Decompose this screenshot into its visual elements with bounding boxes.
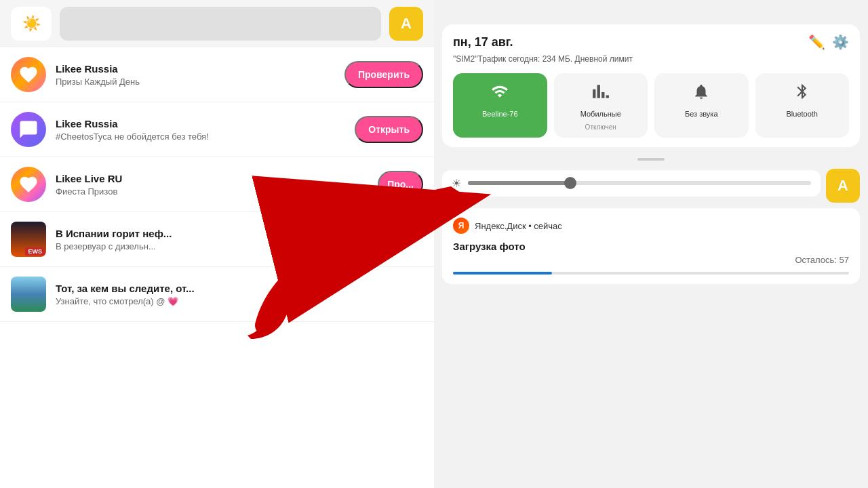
notif-title: Likee Live RU bbox=[56, 173, 368, 184]
list-item: Likee Russia Призы Каждый День Проверить bbox=[0, 47, 434, 102]
list-item: Likee Live RU Фиеста Призов Про... bbox=[0, 157, 434, 212]
mobile-label: Мобильные bbox=[580, 110, 621, 118]
mobile-tile[interactable]: Мобильные Отключен bbox=[554, 73, 648, 138]
notif-content: Likee Russia Призы Каждый День bbox=[56, 63, 335, 87]
notif-content: Likee Russia #CheetosTyca не обойдется б… bbox=[56, 118, 345, 142]
avatar-button-right[interactable]: A bbox=[826, 169, 860, 203]
brightness-button[interactable]: ☀️ bbox=[11, 7, 52, 41]
scroll-hint bbox=[434, 158, 868, 161]
list-item: Likee Russia #CheetosTyca не обойдется б… bbox=[0, 102, 434, 157]
brightness-row: ☀ bbox=[442, 170, 821, 197]
brightness-row-container: ☀ A bbox=[442, 169, 860, 203]
check-button[interactable]: Проверить bbox=[344, 61, 423, 88]
card-header: Я Яндекс.Диск • сейчас bbox=[453, 218, 849, 234]
wifi-label: Beeline-76 bbox=[482, 110, 518, 118]
promo-button[interactable]: Про... bbox=[378, 171, 423, 198]
brightness-track[interactable] bbox=[468, 181, 811, 185]
notif-body: #CheetosTyca не обойдется без тебя! bbox=[56, 131, 345, 142]
brightness-thumb bbox=[564, 177, 576, 189]
left-panel: ☀️ A Likee Russia Призы Каждый День Пров… bbox=[0, 0, 434, 488]
news-thumbnail-fire: EWS bbox=[11, 222, 46, 257]
notif-content: Likee Live RU Фиеста Призов bbox=[56, 173, 368, 197]
app-icon-likee-chat bbox=[11, 112, 46, 147]
quick-tiles: Beeline-76 Мобильные Отключен bbox=[453, 73, 849, 138]
notif-title: Likee Russia bbox=[56, 63, 335, 75]
notification-list: Likee Russia Призы Каждый День Проверить… bbox=[0, 47, 434, 488]
notif-content: Тот, за кем вы следите, от... Узнайте, ч… bbox=[56, 283, 423, 306]
news-thumbnail-person bbox=[11, 277, 46, 312]
edit-icon[interactable]: ✏️ bbox=[808, 34, 825, 50]
sound-label: Без звука bbox=[685, 110, 718, 118]
notif-content: В Испании горит неф... В резервуар с диз… bbox=[56, 228, 423, 251]
yandex-disk-icon: Я bbox=[453, 218, 469, 234]
wifi-icon bbox=[491, 83, 509, 104]
notif-body: Призы Каждый День bbox=[56, 77, 335, 87]
app-icon-likee-live bbox=[11, 167, 46, 202]
notif-body: Узнайте, что смотрел(а) @ 💗 bbox=[56, 296, 423, 306]
quick-settings-panel: пн, 17 авг. ✏️ ⚙️ "SIM2"Трафик сегодня: … bbox=[442, 24, 860, 147]
avatar-button-left[interactable]: A bbox=[389, 7, 423, 41]
open-button[interactable]: Открыть bbox=[355, 116, 423, 143]
card-app-name: Яндекс.Диск • сейчас bbox=[475, 221, 562, 231]
bluetooth-tile[interactable]: Bluetooth bbox=[755, 73, 850, 138]
top-bar: ☀️ A bbox=[0, 0, 434, 47]
traffic-info: "SIM2"Трафик сегодня: 234 МБ. Дневной ли… bbox=[453, 54, 849, 64]
notif-title: В Испании горит неф... bbox=[56, 228, 423, 239]
brightness-fill bbox=[468, 181, 571, 185]
sound-tile[interactable]: Без звука bbox=[654, 73, 749, 138]
brightness-low-icon: ☀ bbox=[452, 177, 461, 190]
app-icon-likee bbox=[11, 57, 46, 92]
notif-title: Тот, за кем вы следите, от... bbox=[56, 283, 423, 294]
card-remaining: Осталось: 57 bbox=[795, 255, 849, 265]
settings-icon[interactable]: ⚙️ bbox=[832, 34, 849, 50]
card-title: Загрузка фото bbox=[453, 241, 849, 252]
list-item: EWS В Испании горит неф... В резервуар с… bbox=[0, 212, 434, 267]
list-item: Тот, за кем вы следите, от... Узнайте, ч… bbox=[0, 267, 434, 322]
scroll-indicator bbox=[637, 158, 665, 161]
qs-header: пн, 17 авг. ✏️ ⚙️ bbox=[453, 34, 849, 50]
status-bar bbox=[434, 0, 868, 19]
yandex-notification-card: Я Яндекс.Диск • сейчас Загрузка фото Ост… bbox=[442, 208, 860, 284]
brightness-slider[interactable] bbox=[60, 7, 381, 41]
right-panel: пн, 17 авг. ✏️ ⚙️ "SIM2"Трафик сегодня: … bbox=[434, 0, 868, 488]
bluetooth-icon bbox=[793, 83, 811, 104]
notif-body: В резервуар с дизельн... bbox=[56, 241, 423, 251]
notif-title: Likee Russia bbox=[56, 118, 345, 129]
qs-action-icons: ✏️ ⚙️ bbox=[808, 34, 849, 50]
bell-icon bbox=[692, 83, 710, 104]
mobile-sub: Отключен bbox=[585, 123, 616, 131]
notif-body: Фиеста Призов bbox=[56, 186, 368, 197]
upload-progress-track bbox=[453, 272, 849, 274]
upload-progress-fill bbox=[453, 272, 552, 274]
wifi-tile[interactable]: Beeline-76 bbox=[453, 73, 547, 138]
signal-icon bbox=[592, 83, 610, 104]
qs-date: пн, 17 авг. bbox=[453, 35, 513, 49]
bluetooth-label: Bluetooth bbox=[787, 110, 818, 118]
